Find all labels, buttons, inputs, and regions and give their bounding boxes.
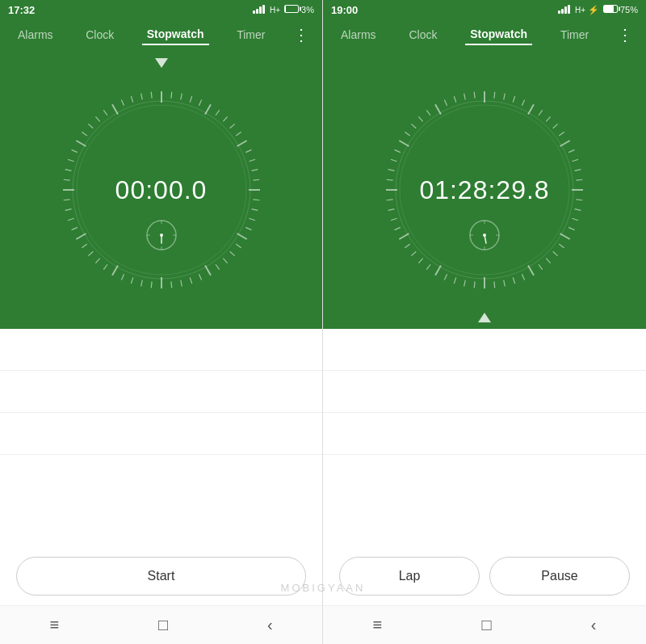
right-status-icons: H+ ⚡ 75%	[558, 4, 638, 15]
svg-line-3	[190, 96, 191, 103]
left-dial-container: 00:00.0	[57, 85, 266, 295]
svg-line-112	[388, 209, 395, 211]
svg-line-103	[444, 274, 447, 280]
svg-line-82	[575, 170, 581, 171]
svg-line-120	[405, 133, 409, 137]
left-menu-icon[interactable]: ≡	[49, 616, 59, 634]
svg-line-91	[553, 252, 558, 256]
svg-line-121	[411, 124, 416, 128]
svg-line-118	[395, 150, 401, 153]
svg-point-137	[483, 234, 486, 237]
svg-line-54	[103, 111, 107, 116]
right-nav-bar: Alarms Clock Stopwatch Timer ⋮	[323, 19, 646, 52]
right-nav-alarms[interactable]: Alarms	[336, 25, 381, 44]
right-home-icon[interactable]: □	[481, 616, 491, 634]
svg-line-11	[245, 150, 251, 153]
right-nav-timer[interactable]: Timer	[556, 25, 594, 44]
svg-line-83	[576, 179, 582, 180]
svg-line-2	[180, 94, 182, 100]
svg-line-123	[426, 111, 430, 116]
svg-line-13	[251, 170, 258, 171]
svg-line-9	[236, 133, 241, 137]
svg-line-26	[199, 274, 201, 280]
right-time-display: 01:28:29.8	[419, 175, 549, 205]
svg-line-78	[559, 133, 564, 137]
svg-line-127	[464, 94, 466, 100]
svg-line-88	[568, 228, 574, 230]
svg-line-71	[504, 94, 505, 100]
left-start-button[interactable]: Start	[16, 557, 306, 596]
svg-line-29	[170, 282, 171, 288]
svg-line-32	[141, 280, 142, 287]
svg-line-37	[95, 259, 99, 263]
svg-line-8	[229, 124, 234, 128]
svg-line-41	[71, 228, 77, 230]
right-signal-icon	[558, 4, 570, 15]
svg-line-90	[559, 244, 564, 248]
svg-line-27	[190, 278, 191, 284]
svg-line-21	[236, 244, 241, 248]
right-lap-button[interactable]: Lap	[339, 557, 480, 596]
svg-line-95	[522, 274, 524, 280]
svg-line-1	[170, 92, 171, 99]
left-triangle-top-indicator	[155, 58, 168, 68]
svg-line-51	[82, 133, 86, 137]
left-bottom-area: Start	[0, 329, 322, 606]
svg-line-113	[387, 200, 393, 200]
svg-line-100	[474, 282, 475, 288]
left-btn-row: Start	[0, 547, 322, 605]
svg-line-110	[395, 228, 401, 230]
svg-line-58	[141, 94, 142, 100]
svg-line-4	[199, 100, 201, 106]
left-status-icons: H+ 3%	[253, 4, 314, 15]
svg-line-33	[131, 278, 132, 284]
svg-line-34	[121, 274, 124, 280]
right-lap-row-2	[323, 371, 646, 413]
svg-line-52	[88, 124, 93, 128]
right-bottom-nav: ≡ □ ‹	[323, 605, 646, 644]
left-signal-icon	[253, 4, 265, 15]
left-nav-clock[interactable]: Clock	[81, 25, 119, 44]
svg-line-101	[464, 280, 466, 287]
left-time-display: 00:00.0	[115, 175, 208, 205]
svg-line-47	[65, 170, 71, 171]
svg-line-97	[504, 280, 505, 287]
left-network-icon: H+	[270, 6, 280, 15]
left-more-options[interactable]: ⋮	[293, 27, 309, 43]
right-back-icon[interactable]: ‹	[591, 616, 597, 634]
svg-line-72	[513, 96, 514, 103]
svg-line-128	[474, 92, 475, 99]
svg-line-105	[426, 264, 430, 269]
left-status-bar: 17:32 H+ 3%	[0, 0, 322, 19]
svg-line-24	[216, 264, 220, 269]
svg-line-81	[572, 160, 578, 162]
left-nav-stopwatch[interactable]: Stopwatch	[142, 24, 209, 45]
right-lap-row-3	[323, 413, 646, 455]
right-sub-dial	[467, 217, 502, 253]
svg-line-28	[180, 280, 182, 287]
svg-line-48	[67, 160, 73, 162]
right-menu-icon[interactable]: ≡	[373, 616, 383, 634]
svg-line-87	[572, 218, 578, 220]
left-nav-timer[interactable]: Timer	[232, 25, 270, 44]
right-charging-icon: ⚡	[588, 5, 599, 15]
left-battery-percent: 3%	[301, 5, 314, 15]
left-phone: 17:32 H+ 3%	[0, 0, 323, 644]
svg-line-93	[539, 264, 543, 269]
right-time: 19:00	[331, 4, 358, 16]
svg-line-77	[553, 124, 558, 128]
left-back-icon[interactable]: ‹	[267, 616, 273, 634]
right-nav-clock[interactable]: Clock	[404, 25, 442, 44]
right-pause-button[interactable]: Pause	[489, 557, 630, 596]
left-stopwatch-area: 00:00.0	[0, 52, 322, 329]
svg-line-111	[391, 218, 397, 220]
svg-line-73	[522, 100, 524, 106]
right-more-options[interactable]: ⋮	[617, 27, 633, 43]
svg-line-92	[546, 259, 550, 263]
left-nav-alarms[interactable]: Alarms	[13, 25, 58, 44]
left-nav-bar: Alarms Clock Stopwatch Timer ⋮	[0, 19, 322, 52]
svg-line-43	[65, 209, 71, 211]
right-nav-stopwatch[interactable]: Stopwatch	[465, 24, 532, 45]
left-home-icon[interactable]: □	[158, 616, 168, 634]
svg-line-102	[454, 278, 455, 284]
